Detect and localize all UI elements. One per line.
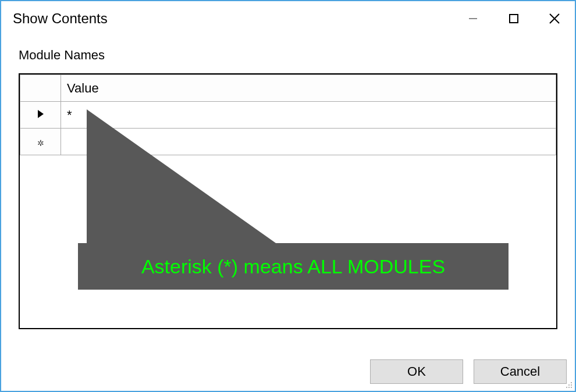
annotation-text: Asterisk (*) means ALL MODULES bbox=[141, 255, 445, 278]
value-input[interactable] bbox=[67, 102, 550, 128]
maximize-icon bbox=[508, 13, 520, 24]
titlebar: Show Contents bbox=[1, 1, 575, 36]
current-row-icon bbox=[37, 108, 45, 123]
maximize-button[interactable] bbox=[493, 1, 534, 36]
column-header-value[interactable]: Value bbox=[61, 75, 556, 102]
table-header-row: Value bbox=[20, 75, 556, 102]
svg-point-7 bbox=[568, 384, 570, 386]
dialog-footer: OK Cancel bbox=[370, 359, 567, 384]
svg-point-8 bbox=[571, 384, 572, 386]
svg-rect-1 bbox=[510, 15, 518, 23]
section-label: Module Names bbox=[19, 48, 557, 63]
table-row[interactable] bbox=[20, 102, 556, 129]
close-button[interactable] bbox=[534, 1, 575, 36]
svg-point-9 bbox=[566, 387, 567, 388]
minimize-icon bbox=[468, 13, 478, 24]
annotation-box: Asterisk (*) means ALL MODULES bbox=[78, 243, 509, 290]
minimize-button[interactable] bbox=[453, 1, 493, 36]
svg-marker-4 bbox=[38, 110, 44, 118]
dialog-window: Show Contents Module Names Value bbox=[0, 0, 576, 392]
table-row[interactable]: ✲ bbox=[20, 129, 556, 155]
row-indicator-new: ✲ bbox=[20, 129, 61, 155]
ok-button[interactable]: OK bbox=[370, 359, 463, 384]
window-controls bbox=[453, 1, 575, 36]
values-table: Value ✲ bbox=[20, 74, 556, 155]
value-cell-empty[interactable] bbox=[61, 129, 556, 155]
close-icon bbox=[548, 12, 561, 25]
cancel-button[interactable]: Cancel bbox=[474, 359, 567, 384]
dialog-body: Module Names Value bbox=[1, 36, 575, 335]
grid-container: Value ✲ bbox=[19, 73, 557, 329]
svg-point-10 bbox=[568, 387, 570, 388]
value-cell[interactable] bbox=[61, 102, 556, 129]
window-title: Show Contents bbox=[13, 10, 108, 27]
row-indicator-current bbox=[20, 102, 61, 129]
svg-point-6 bbox=[571, 382, 572, 383]
resize-grip-icon[interactable] bbox=[564, 380, 573, 389]
table-corner bbox=[20, 75, 61, 102]
svg-point-11 bbox=[571, 387, 572, 388]
new-row-icon: ✲ bbox=[37, 138, 44, 148]
